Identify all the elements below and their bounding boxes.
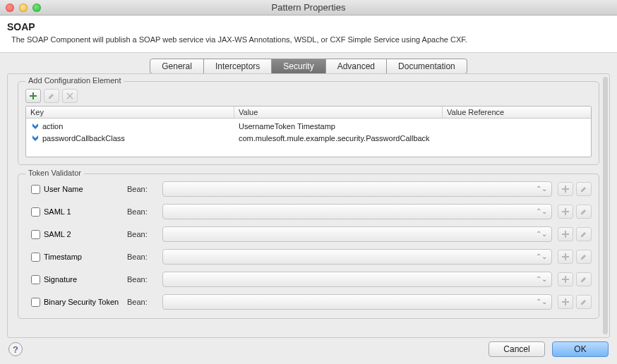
checkbox-label: Timestamp xyxy=(44,253,82,261)
saml2-bean-combo[interactable]: ⌃⌄ xyxy=(162,226,552,242)
checkbox-input[interactable] xyxy=(31,253,40,262)
tab-advanced[interactable]: Advanced xyxy=(326,59,387,73)
validator-row-saml2: SAML 2 Bean: ⌃⌄ xyxy=(25,226,592,242)
signature-bean-combo[interactable]: ⌃⌄ xyxy=(162,272,552,287)
tab-general[interactable]: General xyxy=(150,59,204,73)
validator-row-username: User Name Bean: ⌃⌄ xyxy=(25,181,592,197)
col-value[interactable]: Value xyxy=(234,107,443,118)
add-icon[interactable] xyxy=(558,250,573,264)
chevron-updown-icon: ⌃⌄ xyxy=(536,253,547,260)
binary-checkbox[interactable]: Binary Security Token xyxy=(25,298,121,307)
config-table: Key Value Value Reference action Usernam… xyxy=(25,106,592,157)
edit-icon[interactable] xyxy=(576,295,592,309)
validator-row-binary: Binary Security Token Bean: ⌃⌄ xyxy=(25,294,592,310)
cancel-button[interactable]: Cancel xyxy=(489,341,545,357)
add-icon[interactable] xyxy=(558,272,573,286)
scrollbar[interactable] xyxy=(603,77,608,334)
footer: ? Cancel OK xyxy=(0,337,617,364)
window-controls xyxy=(6,4,41,12)
cell-value: UsernameToken Timestamp xyxy=(239,122,335,131)
signature-checkbox[interactable]: Signature xyxy=(25,275,121,284)
token-validator-groupbox: Token Validator User Name Bean: ⌃⌄ SAML … xyxy=(18,174,599,319)
chevron-updown-icon: ⌃⌄ xyxy=(536,231,547,238)
saml2-checkbox[interactable]: SAML 2 xyxy=(25,230,121,239)
timestamp-checkbox[interactable]: Timestamp xyxy=(25,253,121,262)
checkbox-input[interactable] xyxy=(31,207,40,217)
edit-icon[interactable] xyxy=(576,227,592,241)
username-checkbox[interactable]: User Name xyxy=(25,185,121,194)
checkbox-label: Signature xyxy=(44,275,77,284)
page-description: The SOAP Component will publish a SOAP w… xyxy=(7,35,610,44)
edit-icon[interactable] xyxy=(576,250,592,264)
page-title: SOAP xyxy=(7,21,610,32)
table-row[interactable]: action UsernameToken Timestamp xyxy=(26,120,591,132)
config-title: Add Configuration Element xyxy=(25,76,124,85)
bean-label: Bean: xyxy=(127,185,157,193)
add-icon[interactable] xyxy=(558,295,573,309)
col-ref[interactable]: Value Reference xyxy=(443,107,591,118)
bean-label: Bean: xyxy=(127,275,157,284)
mule-icon xyxy=(30,133,40,142)
validator-row-signature: Signature Bean: ⌃⌄ xyxy=(25,272,592,287)
validator-row-saml1: SAML 1 Bean: ⌃⌄ xyxy=(25,204,592,219)
edit-icon[interactable] xyxy=(576,272,592,286)
edit-icon[interactable] xyxy=(44,89,59,103)
binary-bean-combo[interactable]: ⌃⌄ xyxy=(162,294,552,310)
table-row[interactable]: passwordCallbackClass com.mulesoft.mule.… xyxy=(26,132,591,144)
add-icon[interactable] xyxy=(558,227,573,241)
edit-icon[interactable] xyxy=(576,182,592,196)
close-icon[interactable] xyxy=(6,4,14,12)
page-header: SOAP The SOAP Component will publish a S… xyxy=(0,16,617,53)
checkbox-label: User Name xyxy=(44,185,83,193)
zoom-icon[interactable] xyxy=(32,4,41,12)
table-header: Key Value Value Reference xyxy=(26,107,591,119)
content-area: Add Configuration Element Key Value Valu… xyxy=(7,73,610,338)
saml1-bean-combo[interactable]: ⌃⌄ xyxy=(162,204,552,219)
chevron-updown-icon: ⌃⌄ xyxy=(536,186,547,193)
cell-key: action xyxy=(42,122,63,131)
bean-label: Bean: xyxy=(127,253,157,261)
bean-label: Bean: xyxy=(127,207,157,216)
config-groupbox: Add Configuration Element Key Value Valu… xyxy=(18,81,599,165)
chevron-updown-icon: ⌃⌄ xyxy=(536,298,547,305)
mule-icon xyxy=(30,121,40,131)
checkbox-label: Binary Security Token xyxy=(44,298,119,306)
token-validator-title: Token Validator xyxy=(25,169,84,177)
checkbox-label: SAML 2 xyxy=(44,230,71,238)
delete-icon[interactable] xyxy=(62,89,78,103)
bean-label: Bean: xyxy=(127,230,157,238)
checkbox-label: SAML 1 xyxy=(44,207,71,216)
validator-row-timestamp: Timestamp Bean: ⌃⌄ xyxy=(25,249,592,265)
config-toolbar xyxy=(25,89,592,103)
bean-label: Bean: xyxy=(127,298,157,306)
checkbox-input[interactable] xyxy=(31,230,40,239)
chevron-updown-icon: ⌃⌄ xyxy=(536,208,547,215)
saml1-checkbox[interactable]: SAML 1 xyxy=(25,207,121,217)
edit-icon[interactable] xyxy=(576,205,592,219)
tab-documentation[interactable]: Documentation xyxy=(387,59,467,73)
minimize-icon[interactable] xyxy=(19,4,28,12)
add-icon[interactable] xyxy=(558,205,573,219)
cell-value: com.mulesoft.mule.example.security.Passw… xyxy=(239,134,430,142)
ok-button[interactable]: OK xyxy=(552,341,609,357)
username-bean-combo[interactable]: ⌃⌄ xyxy=(162,181,552,197)
col-key[interactable]: Key xyxy=(26,107,234,118)
tabs: General Interceptors Security Advanced D… xyxy=(7,59,610,74)
checkbox-input[interactable] xyxy=(31,275,40,284)
checkbox-input[interactable] xyxy=(31,298,40,307)
checkbox-input[interactable] xyxy=(31,185,40,194)
add-icon[interactable] xyxy=(25,89,41,103)
chevron-updown-icon: ⌃⌄ xyxy=(536,276,547,283)
tab-interceptors[interactable]: Interceptors xyxy=(204,59,272,73)
help-icon[interactable]: ? xyxy=(8,342,23,356)
window-title: Pattern Properties xyxy=(0,2,617,13)
timestamp-bean-combo[interactable]: ⌃⌄ xyxy=(162,249,552,265)
add-icon[interactable] xyxy=(558,182,573,196)
tab-security[interactable]: Security xyxy=(272,59,325,73)
titlebar: Pattern Properties xyxy=(0,0,617,16)
cell-key: passwordCallbackClass xyxy=(42,134,125,142)
